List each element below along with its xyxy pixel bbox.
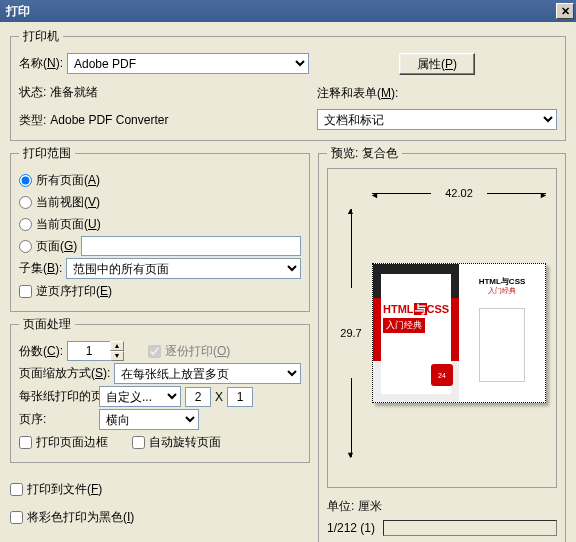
spin-down-icon[interactable]: ▼	[110, 351, 124, 361]
custom-y-input[interactable]	[227, 387, 253, 407]
pages-input[interactable]	[81, 236, 301, 256]
persheet-select[interactable]: 自定义...	[99, 386, 181, 407]
dimension-height: ▲29.7▼	[336, 209, 366, 457]
units-value: 厘米	[358, 498, 382, 515]
title-bar: 打印 ✕	[0, 0, 576, 22]
radio-pages[interactable]: 页面(G)	[19, 238, 77, 255]
comments-select[interactable]: 文档和标记	[317, 109, 557, 130]
copies-spinner[interactable]: ▲▼	[67, 341, 124, 361]
units-label: 单位:	[327, 498, 354, 515]
order-select[interactable]: 横向	[99, 409, 199, 430]
printer-legend: 打印机	[19, 28, 63, 45]
close-icon[interactable]: ✕	[556, 3, 574, 19]
type-label: 类型:	[19, 112, 46, 129]
properties-button[interactable]: 属性(P)	[399, 53, 475, 75]
window-title: 打印	[6, 3, 30, 20]
handling-group: 页面处理 份数(C): ▲▼ 逐份打印(O) 页面缩放方式(S): 在每张纸上放…	[10, 316, 310, 463]
page-slider[interactable]	[383, 520, 557, 536]
dimension-width: ◄42.02►	[372, 187, 546, 199]
range-legend: 打印范围	[19, 145, 75, 162]
type-value: Adobe PDF Converter	[50, 113, 168, 127]
range-group: 打印范围 所有页面(A) 当前视图(V) 当前页面(U) 页面(G) 子集(B)…	[10, 145, 310, 312]
spin-up-icon[interactable]: ▲	[110, 341, 124, 351]
grayscale-check[interactable]: 将彩色打印为黑色(I)	[10, 509, 134, 526]
preview-legend: 预览: 复合色	[327, 145, 402, 162]
preview-group: 预览: 复合色 ◄42.02► ▲29.7▼ HTML与CSS 入门经典 24	[318, 145, 566, 542]
order-label: 页序:	[19, 411, 95, 428]
scaling-label: 页面缩放方式(S):	[19, 365, 110, 382]
page-indicator: 1/212 (1)	[327, 521, 375, 535]
radio-all[interactable]: 所有页面(A)	[19, 172, 100, 189]
name-label: 名称(N):	[19, 55, 63, 72]
radio-current[interactable]: 当前页面(U)	[19, 216, 101, 233]
custom-x-input[interactable]	[185, 387, 211, 407]
subset-label: 子集(B):	[19, 260, 62, 277]
persheet-label: 每张纸打印的页数:	[19, 388, 95, 405]
printer-group: 打印机 名称(N): Adobe PDF 状态: 准备就绪 类型: Adobe …	[10, 28, 566, 141]
subset-select[interactable]: 范围中的所有页面	[66, 258, 301, 279]
comments-label: 注释和表单(M):	[317, 85, 398, 102]
thumb-front: HTML与CSS 入门经典 24	[373, 264, 459, 402]
printer-name-select[interactable]: Adobe PDF	[67, 53, 309, 74]
scaling-select[interactable]: 在每张纸上放置多页	[114, 363, 301, 384]
border-check[interactable]: 打印页面边框	[19, 434, 108, 451]
preview-area: ◄42.02► ▲29.7▼ HTML与CSS 入门经典 24 HTML与CSS	[327, 168, 557, 488]
tofile-check[interactable]: 打印到文件(F)	[10, 481, 102, 498]
x-separator: X	[215, 390, 223, 404]
autorotate-check[interactable]: 自动旋转页面	[132, 434, 221, 451]
status-label: 状态:	[19, 84, 46, 101]
thumb-back: HTML与CSS 入门经典	[459, 264, 545, 402]
preview-page: HTML与CSS 入门经典 24 HTML与CSS 入门经典	[372, 263, 546, 403]
handling-legend: 页面处理	[19, 316, 75, 333]
radio-view[interactable]: 当前视图(V)	[19, 194, 100, 211]
reverse-check[interactable]: 逆页序打印(E)	[19, 283, 112, 300]
status-value: 准备就绪	[50, 84, 98, 101]
collate-check: 逐份打印(O)	[148, 343, 230, 360]
copies-label: 份数(C):	[19, 343, 63, 360]
